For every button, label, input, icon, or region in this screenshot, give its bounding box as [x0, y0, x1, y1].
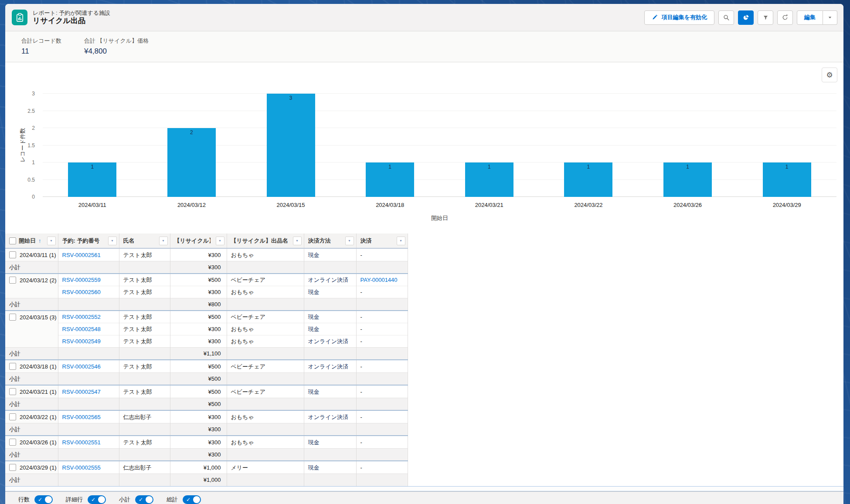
reservation-cell: RSV-00002548 [58, 323, 119, 335]
toggle-switch[interactable]: ✓ [34, 495, 53, 504]
settlement-cell: - [356, 311, 408, 323]
chart-bar[interactable]: 1 [763, 162, 811, 197]
select-all-checkbox[interactable] [9, 237, 16, 244]
edit-button[interactable]: 編集 [797, 10, 823, 25]
chart-bar[interactable]: 3 [267, 94, 315, 197]
column-header-label: 開始日 [19, 237, 36, 245]
column-header-label: 決済方法 [308, 237, 331, 245]
name-cell: テスト太郎 [119, 248, 170, 261]
item-cell: おもちゃ [227, 410, 304, 423]
price-cell: ¥300 [170, 335, 227, 348]
row-checkbox[interactable] [9, 277, 16, 284]
empty-cell [304, 398, 356, 411]
reservation-link[interactable]: RSV-00002551 [62, 439, 101, 446]
toggle-switch[interactable]: ✓ [135, 495, 153, 504]
column-header-3[interactable]: 氏名▼ [119, 233, 170, 248]
subtotal-row: 小計¥500 [5, 373, 408, 386]
toggle-switch[interactable]: ✓ [88, 495, 106, 504]
chart-bar[interactable]: 1 [68, 162, 116, 197]
table-row: 2024/03/18 (1)RSV-00002546テスト太郎¥500ベビーチェ… [5, 360, 408, 373]
row-checkbox[interactable] [9, 413, 16, 420]
row-checkbox[interactable] [9, 388, 16, 395]
search-button[interactable] [718, 10, 734, 25]
chart-bar[interactable]: 1 [663, 162, 712, 197]
group-date-label: 2024/03/11 (1) [20, 249, 56, 261]
report-icon [12, 10, 27, 25]
chart-y-tick-label: 2 [32, 125, 35, 131]
chart-bar-value-label: 3 [267, 95, 315, 101]
empty-cell [304, 298, 356, 311]
column-header-4[interactable]: 【リサイクル】価格▼ [170, 233, 227, 248]
empty-cell [58, 423, 119, 436]
row-checkbox[interactable] [9, 464, 16, 471]
edit-more-button[interactable] [823, 10, 837, 25]
reservation-link[interactable]: RSV-00002552 [62, 314, 101, 320]
chart-plot-area: 12311111 [43, 94, 836, 197]
row-checkbox[interactable] [9, 363, 16, 370]
column-header-6[interactable]: 決済方法▼ [304, 233, 356, 248]
row-checkbox[interactable] [9, 314, 16, 321]
column-header-5[interactable]: 【リサイクル】出品名▼ [227, 233, 304, 248]
settlement-cell: - [356, 323, 408, 335]
chart-bar[interactable]: 1 [366, 162, 414, 197]
column-menu-button[interactable]: ▼ [159, 237, 168, 245]
toggle-switch[interactable]: ✓ [183, 495, 201, 504]
filter-button[interactable] [758, 10, 773, 25]
settlement-cell: PAY-00001440 [356, 274, 408, 286]
group-date-cell: 2024/03/22 (1) [5, 410, 58, 423]
report-panel: レポート: 予約が関連する施設 リサイクル出品 項目編集を有効化 [5, 4, 843, 504]
table-header-row: 開始日↑▼予約: 予約番号▼氏名▼【リサイクル】価格▼【リサイクル】出品名▼決済… [5, 233, 408, 248]
chart-settings-button[interactable]: ⚙ [822, 68, 837, 82]
reservation-link[interactable]: RSV-00002548 [62, 326, 101, 332]
item-cell: ベビーチェア [227, 385, 304, 398]
column-menu-button[interactable]: ▼ [345, 237, 354, 245]
column-menu-button[interactable]: ▼ [108, 237, 117, 245]
chart-bar[interactable]: 1 [564, 162, 612, 197]
column-menu-button[interactable]: ▼ [293, 237, 302, 245]
reservation-link[interactable]: RSV-00002565 [62, 414, 101, 420]
item-cell: おもちゃ [227, 323, 304, 335]
empty-cell [356, 373, 408, 386]
report-header: レポート: 予約が関連する施設 リサイクル出品 項目編集を有効化 [5, 4, 843, 31]
settlement-cell: - [356, 286, 408, 298]
summary-metric-label: 合計レコード数 [21, 37, 61, 45]
toggle-knob [193, 496, 200, 503]
subtotal-label-cell: 小計 [5, 298, 58, 311]
reservation-link[interactable]: RSV-00002549 [62, 338, 101, 345]
empty-cell [119, 449, 170, 461]
column-header-1[interactable]: 開始日↑▼ [5, 233, 58, 248]
reservation-link[interactable]: RSV-00002561 [62, 252, 101, 258]
toolbar: 項目編集を有効化 [644, 10, 837, 25]
reservation-link[interactable]: RSV-00002559 [62, 277, 101, 283]
subtotal-value-cell: ¥800 [170, 298, 227, 311]
footer-toggle-item: 小計✓ [119, 495, 153, 504]
column-header-2[interactable]: 予約: 予約番号▼ [58, 233, 119, 248]
enable-field-edit-button[interactable]: 項目編集を有効化 [644, 10, 714, 25]
column-menu-button[interactable]: ▼ [216, 237, 224, 245]
empty-cell [227, 474, 304, 486]
table-row: 2024/03/26 (1)RSV-00002551テスト太郎¥300おもちゃ現… [5, 436, 408, 449]
chart-bar-slot: 1 [440, 94, 539, 197]
reservation-link[interactable]: RSV-00002555 [62, 464, 101, 471]
chart-y-tick-label: 1 [32, 159, 35, 166]
column-menu-button[interactable]: ▼ [47, 237, 56, 245]
table-row: RSV-00002560テスト太郎¥300おもちゃ現金- [5, 286, 408, 298]
chart-bar-slot: 1 [340, 94, 440, 197]
reservation-link[interactable]: RSV-00002560 [62, 289, 101, 295]
chart-bar[interactable]: 2 [167, 128, 216, 197]
row-checkbox[interactable] [9, 439, 16, 446]
chart-bar[interactable]: 1 [465, 162, 513, 197]
settlement-link[interactable]: PAY-00001440 [360, 277, 398, 283]
name-cell: テスト太郎 [119, 360, 170, 373]
reservation-cell: RSV-00002552 [58, 311, 119, 323]
refresh-button[interactable] [777, 10, 793, 25]
reservation-link[interactable]: RSV-00002546 [62, 363, 101, 370]
payment-method-cell: 現金 [304, 248, 356, 261]
column-menu-button[interactable]: ▼ [397, 237, 405, 245]
price-cell: ¥300 [170, 410, 227, 423]
row-checkbox[interactable] [9, 251, 16, 258]
empty-cell [227, 373, 304, 386]
chart-toggle-button[interactable] [738, 10, 754, 25]
reservation-link[interactable]: RSV-00002547 [62, 389, 101, 395]
column-header-7[interactable]: 決済▼ [356, 233, 408, 248]
